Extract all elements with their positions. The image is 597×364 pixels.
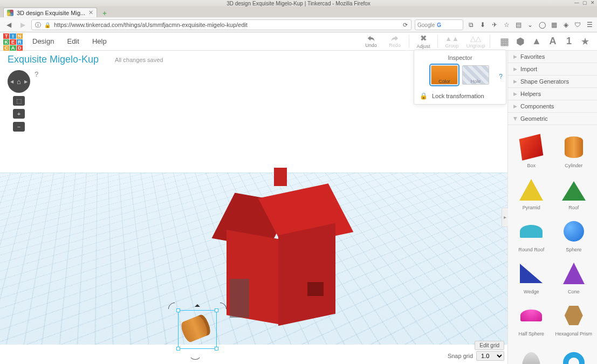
view-help-icon[interactable]: ? bbox=[35, 70, 38, 78]
back-button[interactable]: ◀ bbox=[3, 19, 14, 30]
home-icon[interactable]: ⌂ bbox=[17, 78, 21, 86]
edit-grid-button[interactable]: Edit grid bbox=[475, 341, 504, 350]
text-tool-icon[interactable]: A bbox=[547, 36, 558, 47]
shape-torus[interactable] bbox=[553, 339, 595, 364]
group-label: Group bbox=[445, 43, 458, 49]
paraboloid-icon bbox=[522, 352, 540, 364]
lock-icon: 🔒 bbox=[44, 22, 51, 28]
window-minimize-icon[interactable]: — bbox=[574, 0, 579, 5]
zoom-in-button[interactable]: + bbox=[13, 109, 25, 119]
panel-collapse-button[interactable]: ▸ bbox=[502, 208, 508, 227]
orbit-cube[interactable]: ⌂ bbox=[8, 70, 30, 93]
separator bbox=[437, 35, 438, 48]
hamburger-menu-icon[interactable]: ☰ bbox=[585, 20, 594, 29]
addon-a-icon[interactable]: ▦ bbox=[550, 20, 558, 29]
panel-category-helpers[interactable]: ▶Helpers bbox=[508, 88, 597, 100]
browser-toolbar: ◀ ▶ ⓘ 🔒 ⟳ Google G ⧉ ⬇ ✈ ☆ ▤ ⌄ ◯ ▦ ◈ 🛡 ☰ bbox=[0, 17, 597, 32]
site-identity-icon[interactable]: ⓘ bbox=[35, 21, 41, 29]
shape-roundroof[interactable]: Round Roof bbox=[510, 212, 553, 252]
category-label: Components bbox=[520, 103, 554, 109]
viewport-3d[interactable] bbox=[0, 67, 507, 364]
os-titlebar: 3D design Exquisite Migelo-Kup | Tinkerc… bbox=[0, 0, 597, 6]
pyramid-icon bbox=[519, 167, 543, 201]
resize-handle[interactable] bbox=[215, 347, 218, 351]
menu-help[interactable]: Help bbox=[86, 32, 113, 51]
sync-icon[interactable]: ◯ bbox=[538, 20, 546, 29]
inspector-color-swatch[interactable]: Color bbox=[431, 65, 458, 85]
send-icon[interactable]: ✈ bbox=[490, 20, 499, 29]
favorite-star-icon[interactable]: ★ bbox=[580, 36, 591, 47]
workplane-tool-icon[interactable]: ▦ bbox=[499, 36, 510, 47]
lock-transformation-label[interactable]: Lock transformation bbox=[432, 93, 484, 99]
scene-house-model[interactable] bbox=[227, 164, 334, 321]
disclosure-triangle-icon: ▶ bbox=[513, 104, 517, 109]
shape-paraboloid[interactable] bbox=[510, 339, 553, 364]
panel-category-import[interactable]: ▶Import bbox=[508, 63, 597, 75]
tab-close-icon[interactable]: ✕ bbox=[88, 9, 93, 16]
shape-sphere[interactable]: Sphere bbox=[553, 212, 595, 252]
category-label: Shape Generators bbox=[520, 78, 569, 85]
project-header: Exquisite Migelo-Kup All changes saved bbox=[8, 54, 163, 65]
url-input[interactable] bbox=[54, 22, 400, 28]
shape-label: Half Sphere bbox=[518, 331, 544, 336]
roundroof-icon bbox=[520, 225, 543, 238]
shape-pyramid[interactable]: Pyramid bbox=[510, 170, 553, 210]
address-bar[interactable]: ⓘ 🔒 ⟳ bbox=[31, 19, 411, 30]
shape-halfsphere[interactable]: Half Sphere bbox=[510, 297, 553, 336]
shape-label: Roof bbox=[568, 205, 579, 210]
search-box[interactable]: Google G bbox=[415, 19, 463, 30]
rotate-handle-icon[interactable] bbox=[189, 347, 202, 360]
cube-tool-icon[interactable]: ⬢ bbox=[515, 36, 526, 47]
inspector-title: Inspector bbox=[414, 53, 506, 65]
new-tab-button[interactable]: ＋ bbox=[99, 9, 110, 17]
adjust-button[interactable]: ✖ Adjust bbox=[411, 32, 435, 51]
shape-label: Wedge bbox=[524, 289, 539, 294]
zoom-out-button[interactable]: − bbox=[13, 122, 25, 132]
cylinder-icon bbox=[565, 136, 583, 158]
selected-cylinder-shape[interactable] bbox=[178, 310, 217, 349]
shape-cylinder[interactable]: Cylinder bbox=[553, 128, 595, 168]
height-handle-icon[interactable] bbox=[195, 301, 200, 307]
window-close-icon[interactable]: ✕ bbox=[591, 0, 595, 5]
lock-icon[interactable]: 🔒 bbox=[420, 92, 428, 100]
undo-button[interactable]: Undo bbox=[359, 32, 383, 51]
project-name[interactable]: Exquisite Migelo-Kup bbox=[8, 54, 99, 65]
shape-label: Pyramid bbox=[523, 205, 540, 210]
tab-title: 3D design Exquisite Mig... bbox=[17, 10, 85, 16]
shape-wedge[interactable]: Wedge bbox=[510, 255, 553, 294]
library-icon[interactable]: ▤ bbox=[514, 20, 523, 29]
pocket-icon[interactable]: ⌄ bbox=[526, 20, 534, 29]
ruler-tool-icon[interactable]: ▲ bbox=[531, 36, 542, 47]
browser-tab-active[interactable]: 3D design Exquisite Mig... ✕ bbox=[3, 8, 97, 17]
selection-bounding-box[interactable] bbox=[178, 310, 217, 349]
window-maximize-icon[interactable]: ▢ bbox=[582, 0, 587, 5]
tinkercad-logo-icon[interactable]: TIN KER CAD bbox=[0, 32, 26, 51]
browser-ext-1-icon[interactable]: ⧉ bbox=[466, 20, 475, 29]
resize-handle[interactable] bbox=[176, 347, 180, 351]
disclosure-triangle-icon: ▶ bbox=[513, 79, 517, 84]
shape-hexprism[interactable]: Hexagonal Prism bbox=[553, 297, 595, 336]
hexprism-icon bbox=[565, 305, 583, 326]
panel-category-components[interactable]: ▶Components bbox=[508, 100, 597, 113]
inspector-hole-swatch[interactable]: Hole bbox=[462, 65, 489, 85]
panel-category-favorites[interactable]: ▶Favorites bbox=[508, 51, 597, 63]
addon-c-icon[interactable]: 🛡 bbox=[573, 20, 582, 29]
bookmark-star-icon[interactable]: ☆ bbox=[502, 20, 511, 29]
downloads-icon[interactable]: ⬇ bbox=[478, 20, 487, 29]
shape-box[interactable]: Box bbox=[510, 128, 553, 168]
number-tool-icon[interactable]: 1 bbox=[564, 36, 574, 47]
menu-edit[interactable]: Edit bbox=[60, 32, 85, 51]
addon-b-icon[interactable]: ◈ bbox=[561, 20, 570, 29]
disclosure-triangle-icon: ▶ bbox=[513, 66, 517, 72]
panel-category-shapegen[interactable]: ▶Shape Generators bbox=[508, 75, 597, 88]
reload-icon[interactable]: ⟳ bbox=[403, 22, 408, 29]
fit-view-button[interactable]: ⬚ bbox=[13, 96, 25, 106]
panel-category-geometric[interactable]: ▶Geometric bbox=[508, 113, 597, 125]
inspector-help-icon[interactable]: ? bbox=[499, 73, 503, 80]
inspector-panel: Inspector Color Hole ? 🔒 Lock transforma… bbox=[414, 50, 506, 105]
shape-cone[interactable]: Cone bbox=[553, 255, 595, 294]
snap-grid-select[interactable]: 0.10.250.51.02.05.0 bbox=[476, 351, 504, 361]
shape-roof[interactable]: Roof bbox=[553, 170, 595, 210]
redo-label: Redo bbox=[389, 43, 401, 48]
menu-design[interactable]: Design bbox=[26, 32, 60, 51]
